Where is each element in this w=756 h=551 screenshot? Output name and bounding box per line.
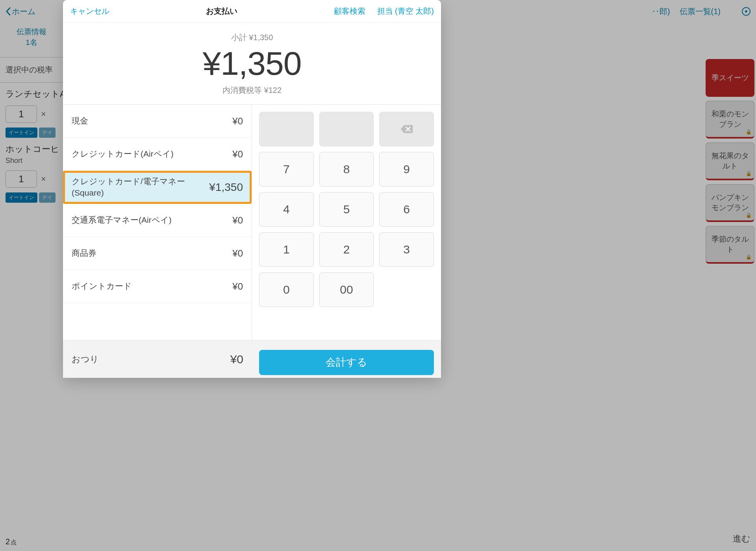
modal-title: お支払い	[206, 6, 237, 17]
customer-search-link[interactable]: 顧客検索	[334, 6, 365, 17]
staff-link[interactable]: 担当 (青空 太郎)	[377, 6, 434, 17]
keypad-3[interactable]: 3	[379, 232, 434, 267]
cancel-button[interactable]: キャンセル	[70, 6, 109, 17]
payment-modal: キャンセル お支払い 顧客検索 担当 (青空 太郎) 小計 ¥1,350 ¥1,…	[63, 0, 441, 378]
payment-method-amount: ¥0	[232, 116, 243, 127]
subtotal-label: 小計 ¥1,350	[63, 32, 441, 43]
payment-method-name: クレジットカード/電子マネー(Square)	[72, 176, 190, 198]
payment-method-row[interactable]: 現金¥0	[63, 105, 252, 138]
payment-method-amount: ¥0	[232, 149, 243, 160]
backspace-icon	[400, 124, 413, 134]
keypad-blank	[319, 112, 374, 146]
keypad-4[interactable]: 4	[259, 192, 314, 227]
payment-method-row[interactable]: 交通系電子マネー(Airペイ)¥0	[63, 204, 252, 237]
keypad-6[interactable]: 6	[379, 192, 434, 227]
keypad-8[interactable]: 8	[319, 152, 374, 187]
keypad-1[interactable]: 1	[259, 232, 314, 267]
keypad-0[interactable]: 0	[259, 272, 314, 307]
keypad-blank	[259, 112, 314, 146]
payment-methods-list: 現金¥0クレジットカード(Airペイ)¥0クレジットカード/電子マネー(Squa…	[63, 105, 252, 340]
keypad-5[interactable]: 5	[319, 192, 374, 227]
change-amount: ¥0	[230, 353, 243, 366]
grand-total: ¥1,350	[63, 44, 441, 83]
totals-block: 小計 ¥1,350 ¥1,350 内消費税等 ¥122	[63, 23, 441, 104]
checkout-button[interactable]: 会計する	[259, 350, 434, 375]
backspace-key[interactable]	[379, 112, 434, 146]
payment-method-amount: ¥0	[232, 215, 243, 226]
payment-method-row[interactable]: ポイントカード¥0	[63, 270, 252, 303]
keypad-9[interactable]: 9	[379, 152, 434, 187]
payment-method-row[interactable]: クレジットカード(Airペイ)¥0	[63, 138, 252, 171]
payment-method-row[interactable]: 商品券¥0	[63, 237, 252, 270]
tax-included-label: 内消費税等 ¥122	[63, 85, 441, 96]
payment-method-amount: ¥0	[232, 281, 243, 292]
keypad-00[interactable]: 00	[319, 272, 374, 307]
payment-method-row[interactable]: クレジットカード/電子マネー(Square)¥1,350	[63, 171, 252, 204]
change-label: おつり	[72, 353, 99, 365]
payment-method-name: 交通系電子マネー(Airペイ)	[72, 214, 172, 226]
payment-method-amount: ¥0	[232, 248, 243, 259]
payment-method-amount: ¥1,350	[209, 181, 243, 194]
payment-method-name: 現金	[72, 115, 88, 126]
payment-method-name: 商品券	[72, 248, 96, 259]
payment-method-name: ポイントカード	[72, 281, 132, 292]
numeric-keypad: 789456123000	[259, 112, 434, 307]
keypad-2[interactable]: 2	[319, 232, 374, 267]
keypad-7[interactable]: 7	[259, 152, 314, 187]
payment-method-name: クレジットカード(Airペイ)	[72, 148, 174, 159]
